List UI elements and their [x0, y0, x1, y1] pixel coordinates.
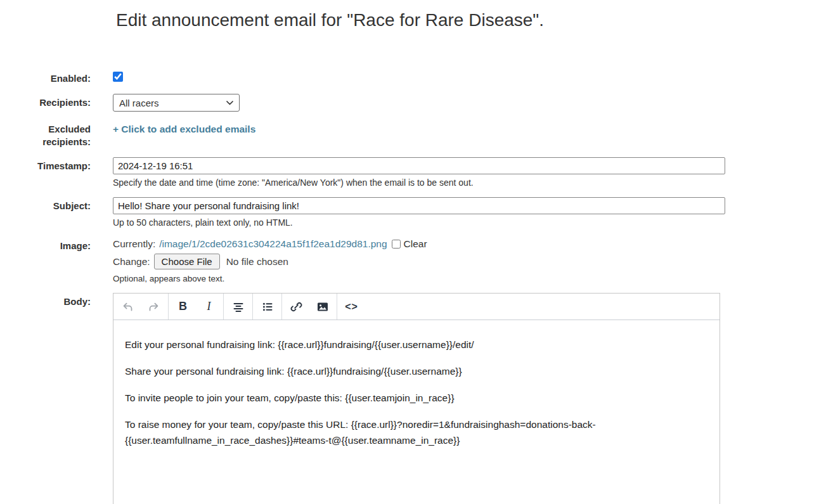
bullet-list-button[interactable] [254, 295, 280, 319]
form-row-recipients: Recipients: All racers [0, 94, 826, 112]
toolbar-group-align [224, 294, 253, 320]
code-view-button[interactable]: <> [339, 295, 365, 319]
redo-button[interactable] [141, 295, 167, 319]
align-center-button[interactable] [225, 295, 251, 319]
bullet-list-icon [262, 301, 273, 313]
body-paragraph: To raise money for your team, copy/paste… [125, 417, 708, 448]
chevron-down-icon [226, 101, 233, 105]
align-center-icon [233, 301, 244, 313]
redo-icon [148, 301, 160, 313]
edit-announcement-page: Edit announcement email for "Race for Ra… [0, 9, 826, 504]
enabled-label: Enabled: [0, 70, 91, 85]
recipients-selected-value: All racers [119, 98, 159, 108]
toolbar-group-list [253, 294, 282, 320]
change-label: Change: [113, 256, 150, 268]
no-file-chosen-text: No file chosen [226, 256, 288, 268]
form-row-timestamp: Timestamp: Specify the date and time (ti… [0, 157, 826, 188]
bold-button[interactable]: B [170, 295, 196, 319]
form-row-image: Image: Currently: /image/1/2cde02631c304… [0, 237, 826, 284]
undo-button[interactable] [115, 295, 141, 319]
page-title: Edit announcement email for "Race for Ra… [116, 9, 826, 32]
current-image-link[interactable]: /image/1/2cde02631c304224a15f1f2ea1d29d8… [159, 238, 387, 250]
choose-file-button[interactable]: Choose File [154, 254, 220, 269]
body-paragraph: To invite people to join your team, copy… [125, 390, 708, 406]
body-label: Body: [0, 293, 91, 308]
currently-label: Currently: [113, 238, 155, 250]
image-help-text: Optional, appears above text. [113, 273, 826, 284]
subject-help-text: Up to 50 characters, plain text only, no… [113, 217, 826, 228]
form-row-subject: Subject: Up to 50 characters, plain text… [0, 197, 826, 228]
body-editor-content[interactable]: Edit your personal fundraising link: {{r… [113, 320, 720, 504]
enabled-checkbox[interactable] [113, 72, 123, 82]
form-row-enabled: Enabled: [0, 70, 826, 85]
italic-button[interactable]: I [196, 295, 222, 319]
announcement-form: Enabled: Recipients: All racers Excluded… [0, 70, 826, 504]
toolbar-group-insert [282, 294, 337, 320]
timestamp-label: Timestamp: [0, 157, 91, 172]
clear-image-checkbox[interactable] [392, 240, 401, 249]
excluded-recipients-label: Excluded recipients: [0, 120, 91, 148]
image-label: Image: [0, 237, 91, 252]
toolbar-group-history [113, 294, 169, 320]
form-row-body: Body: [0, 293, 826, 504]
editor-toolbar: B I [113, 294, 720, 320]
recipients-select[interactable]: All racers [113, 94, 240, 112]
body-paragraph: Edit your personal fundraising link: {{r… [125, 337, 708, 352]
body-rich-text-editor: B I [113, 293, 720, 504]
form-row-excluded-recipients: Excluded recipients: + Click to add excl… [0, 120, 826, 148]
timestamp-help-text: Specify the date and time (time zone: "A… [113, 178, 826, 188]
toolbar-group-code: <> [337, 294, 366, 320]
undo-icon [122, 301, 134, 313]
recipients-label: Recipients: [0, 94, 91, 109]
image-icon [316, 301, 329, 313]
link-button[interactable] [283, 295, 309, 319]
timestamp-input[interactable] [113, 157, 725, 174]
add-excluded-emails-link[interactable]: + Click to add excluded emails [113, 120, 255, 135]
toolbar-group-format: B I [169, 294, 224, 320]
link-icon [290, 301, 302, 313]
subject-label: Subject: [0, 197, 91, 212]
subject-input[interactable] [113, 197, 725, 214]
body-paragraph: Share your personal fundraising link: {{… [125, 363, 708, 379]
clear-label: Clear [404, 238, 427, 250]
image-button[interactable] [309, 295, 335, 319]
